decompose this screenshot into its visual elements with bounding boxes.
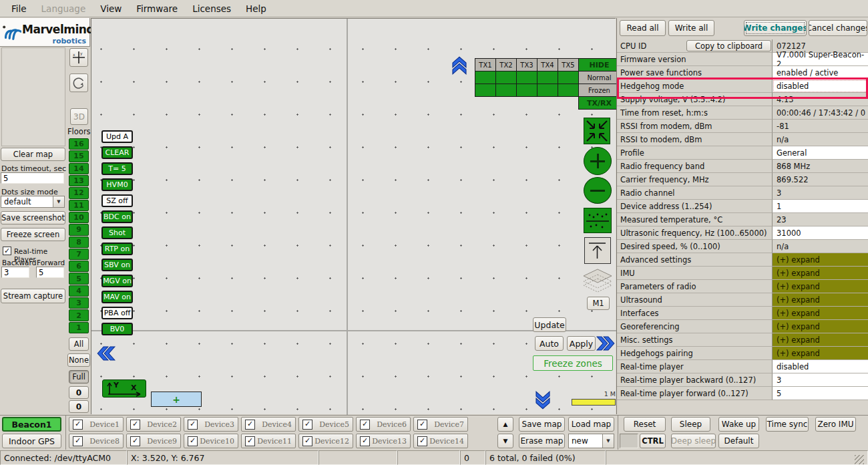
realtime-player-checkbox[interactable]: ✓ bbox=[3, 247, 11, 255]
checkbox-checked-icon[interactable]: ✓ bbox=[130, 420, 140, 430]
apply-button[interactable]: Apply bbox=[567, 336, 596, 351]
tx-cell[interactable] bbox=[495, 84, 517, 97]
stream-capture-button[interactable]: Stream capture bbox=[1, 289, 65, 303]
freeze-screen-button[interactable]: Freeze screen bbox=[1, 228, 65, 241]
axes-origin-button[interactable]: Y X bbox=[102, 379, 146, 398]
device-toggle[interactable]: ✓Device11 bbox=[241, 434, 296, 448]
freeze-zones-button[interactable]: Freeze zones bbox=[533, 355, 613, 371]
setting-value[interactable]: 5 bbox=[773, 387, 868, 400]
tx-normal-button[interactable]: Normal bbox=[578, 71, 620, 84]
map-button-shot[interactable]: Shot bbox=[101, 226, 133, 239]
menu-licenses[interactable]: Licenses bbox=[185, 1, 238, 16]
time-sync-button[interactable]: Time sync bbox=[766, 417, 809, 432]
tx-rx-button[interactable]: TX/RX bbox=[578, 96, 620, 110]
tx-cell[interactable] bbox=[516, 71, 537, 84]
setting-expand[interactable]: (+) expand bbox=[773, 333, 868, 347]
dropdown-arrow-icon[interactable]: ▼ bbox=[53, 196, 64, 207]
update-button[interactable]: Update bbox=[533, 317, 566, 332]
menu-help[interactable]: Help bbox=[238, 1, 274, 16]
add-submap-button[interactable]: + bbox=[151, 392, 202, 407]
default-button[interactable]: Default bbox=[718, 434, 759, 448]
tx-cell[interactable] bbox=[558, 84, 579, 97]
zoom-in-button[interactable] bbox=[584, 147, 612, 175]
map-button-hvm0[interactable]: HVM0 bbox=[101, 178, 133, 191]
tx-cell[interactable] bbox=[537, 84, 558, 97]
checkbox-checked-icon[interactable]: ✓ bbox=[188, 420, 198, 430]
deep-sleep-button[interactable]: Deep sleep bbox=[671, 434, 716, 448]
read-all-button[interactable]: Read all bbox=[620, 20, 666, 36]
checkbox-checked-icon[interactable]: ✓ bbox=[360, 436, 370, 446]
floor-button[interactable]: 4 bbox=[69, 285, 89, 297]
tx-cell[interactable] bbox=[537, 71, 558, 84]
setting-expand[interactable]: (+) expand bbox=[773, 347, 868, 360]
floor-button[interactable]: 16 bbox=[69, 138, 89, 150]
checkbox-checked-icon[interactable]: ✓ bbox=[302, 420, 312, 430]
map-button-mav-on[interactable]: MAV on bbox=[101, 291, 133, 303]
menu-file[interactable]: File bbox=[4, 1, 34, 16]
ctrl-button[interactable]: CTRL bbox=[640, 434, 666, 448]
floor-button[interactable]: 9 bbox=[69, 224, 89, 235]
floor-button[interactable]: 5 bbox=[69, 273, 89, 284]
tx-cell[interactable] bbox=[475, 84, 496, 97]
device-toggle[interactable]: ✓Device6 bbox=[356, 417, 411, 432]
setting-value[interactable]: enabled / active bbox=[773, 66, 868, 80]
map-button-t5[interactable]: T= 5 bbox=[101, 162, 133, 175]
map-button-sbv-on[interactable]: SBV on bbox=[101, 259, 133, 271]
checkbox-checked-icon[interactable]: ✓ bbox=[245, 420, 255, 430]
setting-value[interactable]: 1 bbox=[773, 200, 868, 213]
reset-button[interactable]: Reset bbox=[624, 417, 666, 432]
map-button-upd-a[interactable]: Upd A bbox=[101, 130, 133, 143]
floor-button[interactable]: 13 bbox=[69, 175, 89, 186]
clear-map-button[interactable]: Clear map bbox=[1, 148, 65, 161]
erase-map-button[interactable]: Erase map bbox=[519, 434, 565, 448]
device-toggle[interactable]: ✓Device4 bbox=[241, 417, 296, 432]
checkbox-checked-icon[interactable]: ✓ bbox=[130, 436, 140, 446]
write-all-button[interactable]: Write all bbox=[668, 20, 714, 36]
checkbox-checked-icon[interactable]: ✓ bbox=[245, 436, 255, 446]
setting-value[interactable]: -81 bbox=[773, 120, 868, 133]
cancel-changes-button[interactable]: Cancel changes bbox=[809, 20, 867, 36]
floor-counter-top[interactable]: 0 bbox=[69, 386, 89, 399]
floor-button[interactable]: 15 bbox=[69, 150, 89, 162]
setting-expand[interactable]: (+) expand bbox=[773, 280, 868, 293]
dropdown-arrow-icon[interactable]: ▼ bbox=[602, 434, 614, 448]
floor-button[interactable]: 10 bbox=[69, 212, 89, 223]
device-toggle[interactable]: ✓Device3 bbox=[184, 417, 238, 432]
setting-expand[interactable]: (+) expand bbox=[773, 267, 868, 280]
backward-input[interactable] bbox=[1, 267, 29, 278]
setting-value[interactable]: 00:00:46 / 17:43:42 / 0 bbox=[773, 106, 868, 120]
checkbox-checked-icon[interactable]: ✓ bbox=[188, 436, 198, 446]
floors-full-button[interactable]: Full bbox=[69, 370, 89, 383]
resize-grip[interactable] bbox=[855, 455, 864, 464]
floor-button[interactable]: 1 bbox=[69, 322, 89, 333]
map-button-pba-off[interactable]: PBA off bbox=[101, 307, 133, 319]
floor-button[interactable]: 3 bbox=[69, 297, 89, 309]
menu-firmware[interactable]: Firmware bbox=[129, 1, 185, 16]
tx-column-header[interactable]: TX4 bbox=[537, 58, 558, 71]
tx-hide-button[interactable]: HIDE bbox=[578, 58, 620, 71]
setting-value[interactable]: n/a bbox=[773, 133, 868, 146]
checkbox-checked-icon[interactable]: ✓ bbox=[417, 420, 427, 430]
floor-button[interactable]: 2 bbox=[69, 309, 89, 321]
floor-counter-bottom[interactable]: 0 bbox=[69, 400, 89, 413]
indoor-gps-button[interactable]: Indoor GPS bbox=[2, 434, 61, 448]
setting-value[interactable]: 3 bbox=[773, 373, 868, 387]
map-button-bv0[interactable]: BV0 bbox=[101, 323, 133, 335]
device-toggle[interactable]: ✓Device7 bbox=[413, 417, 468, 432]
tx-column-header[interactable]: TX1 bbox=[475, 58, 496, 71]
submap-up-button[interactable] bbox=[584, 237, 611, 264]
setting-expand[interactable]: (+) expand bbox=[773, 253, 868, 267]
checkbox-checked-icon[interactable]: ✓ bbox=[417, 436, 427, 446]
setting-value[interactable]: 23 bbox=[773, 213, 868, 226]
chevron-up-icon[interactable] bbox=[451, 55, 468, 75]
tx-cell[interactable] bbox=[475, 71, 496, 84]
tx-cell[interactable] bbox=[516, 84, 537, 97]
setting-value[interactable]: 4.13 bbox=[773, 93, 868, 106]
fit-view-button[interactable] bbox=[584, 118, 610, 144]
three-d-button[interactable]: 3D bbox=[70, 108, 88, 125]
write-changes-button[interactable]: Write changes bbox=[744, 20, 807, 36]
forward-input[interactable] bbox=[36, 267, 64, 278]
dots-display-button[interactable] bbox=[584, 208, 612, 233]
setting-value[interactable]: V7.000i Super-Beacon-2 bbox=[773, 53, 868, 66]
copy-to-clipboard-button[interactable]: Copy to clipboard bbox=[686, 40, 771, 51]
